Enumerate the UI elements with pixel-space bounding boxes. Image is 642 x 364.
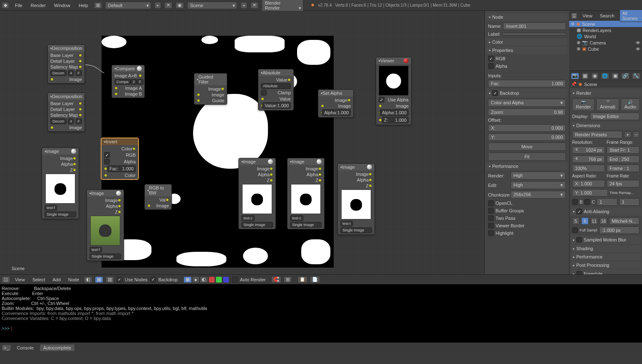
socket-out[interactable] xyxy=(166,198,169,202)
copy-nodes-button[interactable]: 📋 xyxy=(297,276,307,283)
buffer-groups-checkbox[interactable] xyxy=(488,208,494,214)
frame-input[interactable]: Frame : 1 xyxy=(607,165,640,172)
render-button[interactable]: 📷Render xyxy=(572,98,595,111)
console-prompt[interactable]: >>> | xyxy=(2,326,640,331)
panel-freestyle[interactable]: Freestyle xyxy=(570,270,641,274)
move-button[interactable]: Move xyxy=(488,143,566,151)
socket-out[interactable] xyxy=(347,98,351,102)
menu-add[interactable]: Add xyxy=(50,276,63,283)
node-image[interactable]: Image Image Alpha Z test-c Single Image xyxy=(238,158,276,229)
image-field[interactable]: test-c xyxy=(241,215,255,221)
python-console[interactable]: Remove: Backspace/Delete Execute: Enter … xyxy=(0,284,642,342)
node-editor[interactable]: Decomposition Base Layer Detail Layer Sa… xyxy=(0,11,484,274)
outliner-search-menu[interactable]: Search xyxy=(597,12,617,19)
aa-checkbox[interactable] xyxy=(576,209,582,214)
outliner-mode-dropdown[interactable]: All Scenes xyxy=(620,10,642,22)
compositor-nodes-button[interactable]: ▦ xyxy=(95,276,103,283)
socket-out[interactable] xyxy=(79,65,82,69)
socket-out[interactable] xyxy=(139,74,142,77)
chunk-dropdown[interactable]: 256x256▾ xyxy=(511,191,566,199)
node-field-num[interactable]: 4 xyxy=(68,70,74,76)
node-field[interactable]: Decom xyxy=(50,70,67,76)
properties-tab-world[interactable]: 🌐 xyxy=(601,73,609,79)
panel-post-processing[interactable]: Post Processing xyxy=(570,261,641,269)
channel-b-button[interactable] xyxy=(223,276,229,283)
scene-icon[interactable]: ◉ xyxy=(176,2,184,9)
aspect-y-input[interactable]: Y: 1.000 xyxy=(572,189,608,197)
channel-bw-button[interactable]: ◐ xyxy=(200,276,208,283)
two-pass-checkbox[interactable] xyxy=(488,215,494,221)
backdrop-checkbox[interactable] xyxy=(492,90,498,96)
socket-out[interactable] xyxy=(79,59,82,63)
socket-out[interactable] xyxy=(318,167,322,170)
image-field[interactable]: test-c xyxy=(290,215,303,221)
preview-icon[interactable] xyxy=(367,165,372,170)
panel-node[interactable]: Node xyxy=(486,13,568,21)
node-set-alpha[interactable]: Set Alpha Image Image Alpha:1.000 xyxy=(318,89,354,118)
res-y-input[interactable]: ∢768 px xyxy=(572,155,605,163)
rgb-checkbox[interactable] xyxy=(488,56,494,61)
offset-x-input[interactable]: X:0.000 xyxy=(488,124,566,132)
motion-blur-checkbox[interactable] xyxy=(576,237,582,243)
value-field[interactable]: 1.000 xyxy=(395,110,407,115)
start-frame-input[interactable]: Start Fr: 1 xyxy=(607,146,640,154)
panel-properties[interactable]: Properties xyxy=(486,47,568,54)
preview-icon[interactable] xyxy=(71,149,76,154)
node-image[interactable]: Image Image Alpha Z test-c Single Image xyxy=(287,158,325,229)
remove-layout-button[interactable]: ✕ xyxy=(164,2,172,9)
socket-out[interactable] xyxy=(132,147,136,150)
node-guided-filter[interactable]: Guided Filter Image Image Guide xyxy=(194,73,227,105)
socket-in[interactable] xyxy=(197,99,200,102)
console-menu[interactable]: Console xyxy=(15,344,36,351)
socket-out[interactable] xyxy=(73,157,76,160)
socket-out[interactable] xyxy=(79,54,82,57)
node-decomposition[interactable]: Decomposition Base Layer Detail Layer Sa… xyxy=(47,44,85,84)
socket-in[interactable] xyxy=(321,104,324,108)
socket-out[interactable] xyxy=(369,184,372,187)
menu-node[interactable]: Node xyxy=(66,276,82,283)
paste-nodes-button[interactable]: 📄 xyxy=(310,276,320,283)
aa-8-button[interactable]: 8 xyxy=(581,217,589,225)
mode-dropdown[interactable]: Single Image xyxy=(290,222,322,228)
socket-in[interactable] xyxy=(50,126,54,129)
remove-scene-button[interactable]: ✕ xyxy=(250,2,258,9)
outliner-view-menu[interactable]: View xyxy=(580,12,595,19)
auto-render-checkbox[interactable] xyxy=(232,277,238,283)
fps-dropdown[interactable]: 24 fps xyxy=(607,180,640,187)
highlight-checkbox[interactable] xyxy=(488,230,494,236)
mode-dropdown[interactable]: Single Image xyxy=(340,227,372,233)
socket-out[interactable] xyxy=(79,108,82,111)
outliner[interactable]: ⊖◉Scene ▦RenderLayers 🌐World ⊕📷Camera👁 ⊕… xyxy=(569,21,642,71)
add-preset-button[interactable]: + xyxy=(624,131,631,138)
socket-in[interactable] xyxy=(147,204,151,207)
socket-out[interactable] xyxy=(369,172,372,176)
full-sample-checkbox[interactable] xyxy=(572,227,578,233)
preview-icon[interactable] xyxy=(404,58,409,63)
fit-button[interactable]: Fit xyxy=(488,152,566,161)
layout-dropdown[interactable]: Default xyxy=(105,2,151,9)
socket-out[interactable] xyxy=(318,173,322,176)
panel-performance[interactable]: Performance xyxy=(570,253,641,261)
panel-render[interactable]: Render xyxy=(570,89,641,97)
socket-out[interactable] xyxy=(118,210,121,214)
socket-in[interactable] xyxy=(104,174,107,177)
menu-select[interactable]: Select xyxy=(30,276,48,283)
channel-rgba-button[interactable]: ▦ xyxy=(183,276,192,283)
node-field-num[interactable]: 4 xyxy=(68,118,74,124)
edit-dropdown[interactable]: High▾ xyxy=(511,181,566,189)
backdrop-mode-dropdown[interactable]: Color and Alpha▾ xyxy=(488,99,566,107)
socket-in[interactable] xyxy=(114,86,118,90)
image-field[interactable]: test-t xyxy=(340,221,353,226)
filter-size-input[interactable]: :1.000 px xyxy=(599,226,640,234)
outliner-item-cube[interactable]: ⊕▣Cube👁 xyxy=(569,46,642,52)
snap-button[interactable]: 🧲 xyxy=(271,276,281,283)
offset-y-input[interactable]: Y:0.000 xyxy=(488,133,566,141)
res-x-input[interactable]: ∢1024 px xyxy=(572,146,605,154)
use-nodes-checkbox[interactable] xyxy=(117,277,122,283)
menu-view[interactable]: View xyxy=(12,276,27,283)
image-field[interactable]: test-f xyxy=(45,205,57,211)
alpha-checkbox[interactable] xyxy=(104,159,110,165)
name-input[interactable]: Invert.001 xyxy=(503,22,566,30)
value-field[interactable]: 1.000 xyxy=(395,118,407,123)
mode-dropdown[interactable]: Absolute xyxy=(261,83,291,89)
